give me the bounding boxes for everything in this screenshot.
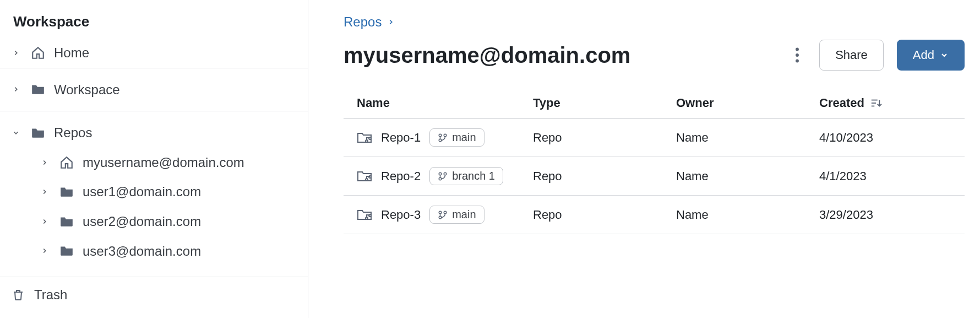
col-created[interactable]: Created	[819, 96, 951, 110]
sidebar-item-label: myusername@domain.com	[83, 153, 244, 172]
svg-point-1	[796, 53, 799, 57]
repo-name: Repo-1	[381, 131, 421, 145]
cell-name: Repo-1 main	[357, 128, 533, 147]
chevron-right-icon	[387, 18, 395, 26]
svg-point-15	[444, 173, 447, 175]
kebab-menu-button[interactable]	[786, 44, 808, 66]
add-button[interactable]: Add	[897, 40, 965, 71]
cell-type: Repo	[533, 169, 676, 184]
main: Repos myusername@domain.com Share Add	[308, 0, 980, 318]
git-branch-icon	[438, 210, 448, 220]
sidebar-item-repo-user[interactable]: user2@domain.com	[0, 207, 308, 236]
home-icon	[58, 155, 75, 170]
cell-type: Repo	[533, 208, 676, 222]
chevron-right-icon[interactable]	[10, 49, 22, 57]
cell-type: Repo	[533, 131, 676, 145]
chevron-right-icon[interactable]	[10, 85, 22, 93]
cell-name: Repo-3 main	[357, 206, 533, 224]
branch-chip[interactable]: main	[429, 206, 484, 224]
sidebar-item-label: Repos	[54, 123, 92, 142]
folder-icon	[30, 83, 46, 95]
branch-chip[interactable]: main	[429, 128, 484, 147]
sidebar-item-workspace[interactable]: Workspace	[0, 68, 308, 111]
chevron-down-icon[interactable]	[10, 129, 22, 137]
sort-descending-icon	[870, 98, 882, 109]
svg-point-6	[366, 140, 368, 142]
cell-owner: Name	[676, 208, 819, 222]
branch-name: main	[452, 208, 476, 221]
svg-point-19	[439, 216, 442, 219]
svg-point-20	[444, 211, 447, 214]
add-button-label: Add	[913, 48, 934, 62]
table-row[interactable]: Repo-1 main Repo Name 4/10/2023	[344, 118, 965, 157]
svg-point-2	[796, 60, 799, 63]
table-header: Name Type Owner Created	[344, 90, 965, 118]
breadcrumb: Repos	[344, 14, 965, 30]
share-button-label: Share	[835, 48, 868, 62]
table-row[interactable]: Repo-2 branch 1 Repo Name 4/1/2023	[344, 157, 965, 196]
cell-created: 3/29/2023	[819, 208, 951, 222]
sidebar-title: Workspace	[0, 0, 308, 38]
sidebar-item-label: user3@domain.com	[83, 242, 201, 261]
git-branch-icon	[438, 171, 448, 181]
repo-name: Repo-2	[381, 169, 421, 184]
cell-created: 4/10/2023	[819, 131, 951, 145]
home-icon	[30, 46, 46, 60]
chevron-right-icon[interactable]	[39, 159, 51, 166]
sidebar-item-repo-user[interactable]: user1@domain.com	[0, 177, 308, 207]
repo-folder-icon	[357, 208, 372, 222]
branch-chip[interactable]: branch 1	[429, 167, 503, 185]
chevron-right-icon[interactable]	[39, 188, 51, 196]
page-title: myusername@domain.com	[344, 43, 786, 68]
sidebar-item-label: Home	[54, 44, 89, 62]
sidebar-item-repo-user[interactable]: myusername@domain.com	[0, 148, 308, 177]
folder-icon	[30, 127, 46, 139]
svg-point-13	[439, 173, 442, 175]
svg-point-0	[796, 48, 799, 51]
col-type[interactable]: Type	[533, 96, 676, 110]
chevron-down-icon	[940, 51, 949, 60]
branch-name: branch 1	[452, 170, 495, 182]
chevron-right-icon[interactable]	[39, 218, 51, 225]
cell-owner: Name	[676, 131, 819, 145]
svg-point-14	[439, 177, 442, 180]
svg-point-11	[366, 179, 368, 181]
cell-created: 4/1/2023	[819, 169, 951, 184]
sidebar-item-label: user1@domain.com	[83, 182, 201, 201]
sidebar-item-label: user2@domain.com	[83, 212, 201, 231]
breadcrumb-link-repos[interactable]: Repos	[344, 14, 382, 30]
repo-name: Repo-3	[381, 208, 421, 222]
sidebar: Workspace Home Workspace	[0, 0, 308, 318]
col-name[interactable]: Name	[357, 96, 533, 110]
share-button[interactable]: Share	[819, 40, 884, 71]
git-branch-icon	[438, 133, 448, 143]
folder-icon	[58, 245, 75, 257]
cell-name: Repo-2 branch 1	[357, 167, 533, 185]
table-row[interactable]: Repo-3 main Repo Name 3/29/2023	[344, 196, 965, 234]
folder-icon	[58, 215, 75, 228]
sidebar-item-home[interactable]: Home	[0, 38, 308, 68]
trash-icon	[10, 288, 26, 302]
svg-point-10	[444, 134, 447, 137]
sidebar-item-label: Trash	[34, 287, 67, 303]
svg-point-18	[439, 211, 442, 214]
col-owner[interactable]: Owner	[676, 96, 819, 110]
sidebar-item-label: Workspace	[54, 80, 120, 99]
repo-folder-icon	[357, 131, 372, 144]
folder-icon	[58, 186, 75, 198]
svg-point-8	[439, 134, 442, 137]
sidebar-item-repos[interactable]: Repos	[0, 111, 308, 148]
header-row: myusername@domain.com Share Add	[344, 40, 965, 71]
svg-point-9	[439, 139, 442, 142]
col-created-label: Created	[819, 96, 864, 110]
repo-folder-icon	[357, 170, 372, 183]
sidebar-item-trash[interactable]: Trash	[0, 277, 308, 312]
branch-name: main	[452, 131, 476, 144]
repo-table: Name Type Owner Created Repo-1	[344, 90, 965, 234]
chevron-right-icon[interactable]	[39, 247, 51, 255]
sidebar-item-repo-user[interactable]: user3@domain.com	[0, 236, 308, 266]
cell-owner: Name	[676, 169, 819, 184]
svg-point-16	[366, 217, 368, 219]
